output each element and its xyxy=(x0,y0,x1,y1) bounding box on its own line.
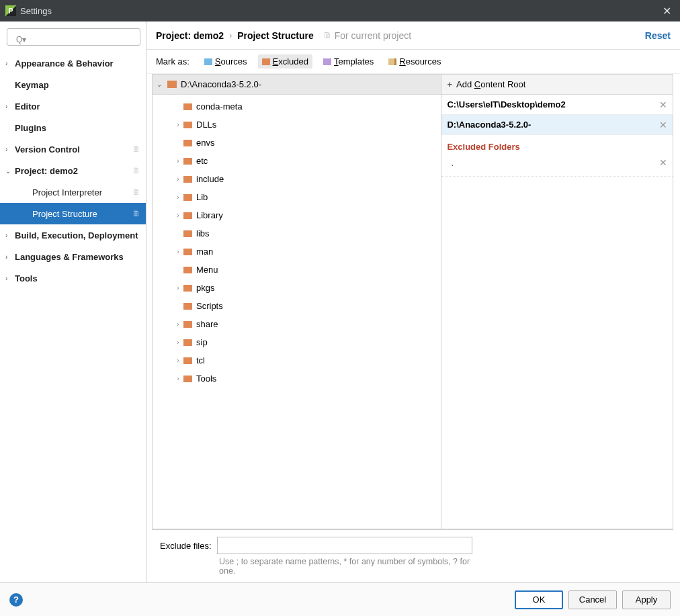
tree-item[interactable]: ›conda-meta xyxy=(153,97,441,116)
breadcrumb-project: Project: demo2 xyxy=(156,30,224,41)
tree-item[interactable]: ›Menu xyxy=(153,261,441,279)
tree-item[interactable]: ›sip xyxy=(153,333,441,351)
folder-icon xyxy=(183,267,192,273)
breadcrumb-page: Project Structure xyxy=(237,30,314,41)
sidebar-item-label: Build, Execution, Deployment xyxy=(15,230,146,240)
sidebar-item-languages-frameworks[interactable]: ›Languages & Frameworks xyxy=(0,246,146,267)
tree-item[interactable]: ›Tools xyxy=(153,369,441,388)
chevron-right-icon: › xyxy=(173,157,183,165)
folder-icon xyxy=(183,158,192,165)
sidebar-item-appearance-behavior[interactable]: ›Appearance & Behavior xyxy=(0,52,146,74)
sidebar-item-label: Keymap xyxy=(15,80,146,90)
folder-icon xyxy=(183,303,192,310)
tree-item[interactable]: ›libs xyxy=(153,224,441,243)
sidebar-item-tools[interactable]: ›Tools xyxy=(0,267,146,289)
chevron-right-icon: › xyxy=(229,31,232,40)
remove-root-icon[interactable]: ✕ xyxy=(659,120,667,130)
chevron-right-icon: › xyxy=(173,212,183,219)
mark-templates-button[interactable]: Templates xyxy=(319,54,378,69)
sidebar-item-label: Project: demo2 xyxy=(15,166,132,176)
reset-link[interactable]: Reset xyxy=(645,30,671,41)
folder-icon xyxy=(183,357,192,364)
tree-item-label: etc xyxy=(196,156,208,166)
excluded-folder-row[interactable]: . ✕ xyxy=(441,155,673,177)
chevron-icon: › xyxy=(5,60,15,67)
tree-item[interactable]: ›Lib xyxy=(153,188,441,206)
cancel-button[interactable]: Cancel xyxy=(568,590,617,609)
tree-root-label: D:\Anaconda3-5.2.0- xyxy=(181,79,261,89)
sidebar-item-plugins[interactable]: Plugins xyxy=(0,117,146,138)
folder-icon xyxy=(183,140,192,146)
sidebar-item-label: Editor xyxy=(15,101,146,112)
sidebar-item-label: Project Interpreter xyxy=(32,187,132,197)
add-content-root-label: Add Content RootAdd Content Root xyxy=(456,79,525,89)
sidebar-item-project-demo2[interactable]: ⌄Project: demo2🗎 xyxy=(0,160,146,181)
window-title: Settings xyxy=(20,6,52,16)
tree-root-row[interactable]: ⌄ D:\Anaconda3-5.2.0- xyxy=(153,75,441,95)
content-root-row[interactable]: D:\Anaconda3-5.2.0-✕ xyxy=(441,115,673,135)
exclude-files-hint: Use ; to separate name patterns, * for a… xyxy=(219,557,474,576)
mark-sources-button[interactable]: Sources xyxy=(200,54,251,69)
exclude-files-input[interactable] xyxy=(217,537,472,554)
tree-item[interactable]: ›share xyxy=(153,315,441,333)
chevron-right-icon: › xyxy=(173,193,183,201)
chevron-right-icon: › xyxy=(173,339,183,346)
add-content-root-button[interactable]: + Add Content RootAdd Content Root xyxy=(441,75,673,95)
folder-icon xyxy=(183,212,192,219)
sidebar-item-version-control[interactable]: ›Version Control🗎 xyxy=(0,138,146,160)
apply-button[interactable]: Apply xyxy=(622,590,671,609)
tree-item-label: Tools xyxy=(196,373,216,384)
remove-root-icon[interactable]: ✕ xyxy=(659,99,667,110)
tree-item[interactable]: ›envs xyxy=(153,134,441,152)
app-icon: P xyxy=(5,5,16,16)
breadcrumb: Project: demo2 › Project Structure 🗎For … xyxy=(146,21,680,50)
mark-as-bar: Mark as: Sources Excluded Templates Reso… xyxy=(146,50,680,74)
sidebar-item-project-structure[interactable]: Project Structure🗎 xyxy=(0,203,146,224)
sidebar-item-label: Project Structure xyxy=(32,209,132,219)
help-button[interactable]: ? xyxy=(9,593,23,607)
doc-icon: 🗎 xyxy=(323,30,332,40)
ok-button[interactable]: OK xyxy=(515,590,563,609)
folder-orange-icon xyxy=(262,58,270,65)
project-scope-icon: 🗎 xyxy=(132,209,146,218)
tree-item-label: sip xyxy=(196,337,208,347)
tree-item-label: tcl xyxy=(196,355,205,365)
chevron-down-icon: ⌄ xyxy=(157,81,167,88)
tree-item[interactable]: ›Library xyxy=(153,206,441,224)
content-root-path: D:\Anaconda3-5.2.0- xyxy=(447,120,659,130)
search-input[interactable] xyxy=(7,28,140,46)
folder-tan-icon xyxy=(388,58,396,65)
mark-excluded-button[interactable]: Excluded xyxy=(258,54,312,69)
tree-item[interactable]: ›man xyxy=(153,243,441,261)
settings-sidebar: Q▾ ›Appearance & BehaviorKeymap›EditorPl… xyxy=(0,21,146,582)
folder-icon xyxy=(183,321,192,328)
tree-item[interactable]: ›include xyxy=(153,170,441,188)
close-icon[interactable]: ✕ xyxy=(653,0,680,21)
content-root-path: C:\Users\eIT\Desktop\demo2 xyxy=(447,99,659,109)
chevron-icon: › xyxy=(5,275,15,282)
sidebar-item-build-execution-deployment[interactable]: ›Build, Execution, Deployment xyxy=(0,224,146,246)
sidebar-item-editor[interactable]: ›Editor xyxy=(0,95,146,117)
chevron-icon: ⌄ xyxy=(5,167,15,175)
mark-resources-button[interactable]: Resources xyxy=(384,54,445,69)
plus-icon: + xyxy=(447,79,452,89)
mark-as-label: Mark as: xyxy=(156,56,189,67)
remove-excluded-icon[interactable]: ✕ xyxy=(659,157,667,168)
tree-item[interactable]: ›DLLs xyxy=(153,116,441,134)
sidebar-item-project-interpreter[interactable]: Project Interpreter🗎 xyxy=(0,181,146,203)
folder-icon xyxy=(183,103,192,110)
content-root-row[interactable]: C:\Users\eIT\Desktop\demo2✕ xyxy=(441,95,673,115)
sidebar-item-keymap[interactable]: Keymap xyxy=(0,74,146,95)
tree-item-label: Menu xyxy=(196,265,218,275)
chevron-right-icon: › xyxy=(173,357,183,364)
folder-icon xyxy=(183,230,192,237)
tree-item[interactable]: ›pkgs xyxy=(153,279,441,297)
tree-item[interactable]: ›tcl xyxy=(153,351,441,369)
folder-icon xyxy=(183,176,192,183)
tree-item-label: man xyxy=(196,247,213,257)
tree-item[interactable]: ›Scripts xyxy=(153,297,441,315)
tree-item-label: Scripts xyxy=(196,301,223,311)
tree-item-label: pkgs xyxy=(196,283,214,293)
tree-item[interactable]: ›etc xyxy=(153,152,441,170)
folder-icon xyxy=(183,376,192,382)
